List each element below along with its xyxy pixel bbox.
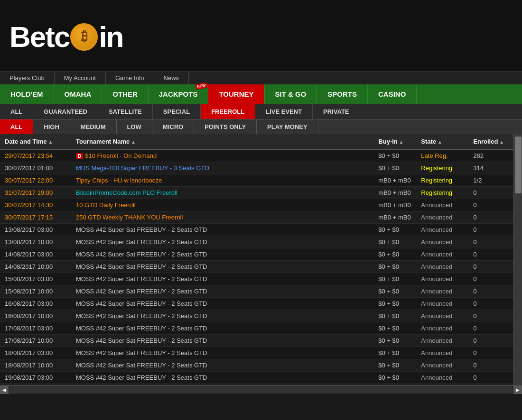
sub-nav1-special[interactable]: SPECIAL <box>153 104 201 119</box>
sub-nav2-all[interactable]: ALL <box>0 119 33 134</box>
cell-name[interactable]: MOSS #42 Super Sat FREEBUY - 2 Seats GTD <box>71 384 373 386</box>
sub-nav1-freeroll[interactable]: FREEROLL <box>201 104 255 119</box>
tournament-link[interactable]: MOSS #42 Super Sat FREEBUY - 2 Seats GTD <box>76 275 207 283</box>
table-row[interactable]: 31/07/2017 19:00 BitcoinPromoCode.com PL… <box>0 187 522 199</box>
sub-nav1-guaranteed[interactable]: GUARANTEED <box>33 104 98 119</box>
tournament-link[interactable]: 10 GTD Daily Freeroll <box>76 201 136 209</box>
cell-name[interactable]: MOSS #42 Super Sat FREEBUY - 2 Seats GTD <box>71 359 373 372</box>
tournament-link[interactable]: BitcoinPromoCode.com PLO Freeroll <box>76 189 177 196</box>
tournament-link[interactable]: MOSS #42 Super Sat FREEBUY - 2 Seats GTD <box>76 312 207 320</box>
cell-name[interactable]: 250 GTD Weekly THANK YOU Freeroll <box>71 211 373 224</box>
tournament-link[interactable]: MOSS #42 Super Sat FREEBUY - 2 Seats GTD <box>76 238 207 246</box>
scroll-thumb[interactable] <box>515 137 522 193</box>
cell-name[interactable]: MOSS #42 Super Sat FREEBUY - 2 Seats GTD <box>71 248 373 261</box>
cell-name[interactable]: MOSS #42 Super Sat FREEBUY - 2 Seats GTD <box>71 236 373 248</box>
sub-nav1-satellite[interactable]: SATELLITE <box>98 104 153 119</box>
main-nav-holdem[interactable]: HOLD'EM <box>0 84 54 104</box>
top-nav-players-club[interactable]: Players Club <box>0 72 55 84</box>
tournament-link[interactable]: Tipsy Chips - HU w isnortbooze <box>76 177 162 184</box>
table-row[interactable]: 14/08/2017 03:00 MOSS #42 Super Sat FREE… <box>0 248 522 261</box>
tournament-link[interactable]: MOSS #42 Super Sat FREEBUY - 2 Seats GTD <box>76 263 207 270</box>
tournament-link[interactable]: MOSS #42 Super Sat FREEBUY - 2 Seats GTD <box>76 226 207 233</box>
table-row[interactable]: 30/07/2017 14:30 10 GTD Daily Freeroll m… <box>0 199 522 211</box>
table-row[interactable]: 19/08/2017 03:00 MOSS #42 Super Sat FREE… <box>0 372 522 384</box>
cell-state: Announced <box>416 224 468 236</box>
sub-nav1-live-event[interactable]: LIVE EVENT <box>255 104 313 119</box>
table-row[interactable]: 17/08/2017 03:00 MOSS #42 Super Sat FREE… <box>0 322 522 335</box>
col-header-date[interactable]: Date and Time <box>0 134 71 149</box>
main-nav: HOLD'EM OMAHA OTHER JACKPOTS NEW TOURNEY… <box>0 84 522 104</box>
table-row[interactable]: 14/08/2017 10:00 MOSS #42 Super Sat FREE… <box>0 261 522 273</box>
table-row[interactable]: 18/08/2017 10:00 MOSS #42 Super Sat FREE… <box>0 359 522 372</box>
tournament-link[interactable]: MOSS #42 Super Sat FREEBUY - 2 Seats GTD <box>76 362 207 369</box>
top-nav-my-account[interactable]: My Account <box>55 72 106 84</box>
sub-nav2-points-only[interactable]: POINTS ONLY <box>194 119 257 134</box>
main-nav-tourney[interactable]: TOURNEY <box>208 84 264 104</box>
sub-nav1-all[interactable]: ALL <box>0 104 33 119</box>
tournament-link[interactable]: MOSS #42 Super Sat FREEBUY - 2 Seats GTD <box>76 349 207 356</box>
table-row[interactable]: 16/08/2017 03:00 MOSS #42 Super Sat FREE… <box>0 298 522 310</box>
col-header-state[interactable]: State <box>416 134 468 149</box>
cell-name[interactable]: MOSS #42 Super Sat FREEBUY - 2 Seats GTD <box>71 372 373 384</box>
cell-name[interactable]: MDS Mega-100 Super FREEBUY - 3 Seats GTD <box>71 162 373 174</box>
table-row[interactable]: 17/08/2017 10:00 MOSS #42 Super Sat FREE… <box>0 335 522 347</box>
tournament-link[interactable]: MOSS #42 Super Sat FREEBUY - 2 Seats GTD <box>76 374 207 381</box>
vertical-scrollbar[interactable] <box>513 134 522 385</box>
horizontal-scrollbar[interactable]: ◀ ▶ <box>0 385 522 394</box>
tournament-link[interactable]: MOSS #42 Super Sat FREEBUY - 2 Seats GTD <box>76 251 207 258</box>
col-header-buyin[interactable]: Buy-In <box>373 134 416 149</box>
sub-nav2-micro[interactable]: MICRO <box>152 119 194 134</box>
table-row[interactable]: 15/08/2017 10:00 MOSS #42 Super Sat FREE… <box>0 285 522 298</box>
tournament-link[interactable]: 250 GTD Weekly THANK YOU Freeroll <box>76 214 183 221</box>
cell-name[interactable]: MOSS #42 Super Sat FREEBUY - 2 Seats GTD <box>71 285 373 298</box>
main-nav-sitgo[interactable]: SIT & GO <box>265 84 317 104</box>
cell-name[interactable]: MOSS #42 Super Sat FREEBUY - 2 Seats GTD <box>71 322 373 335</box>
tournament-link[interactable]: MOSS #42 Super Sat FREEBUY - 2 Seats GTD <box>76 300 207 307</box>
tournament-link[interactable]: MDS Mega-100 Super FREEBUY - 3 Seats GTD <box>76 164 209 172</box>
cell-name[interactable]: MOSS #42 Super Sat FREEBUY - 2 Seats GTD <box>71 335 373 347</box>
cell-name[interactable]: MOSS #42 Super Sat FREEBUY - 2 Seats GTD <box>71 261 373 273</box>
table-row[interactable]: 30/07/2017 17:15 250 GTD Weekly THANK YO… <box>0 211 522 224</box>
sub-nav2-medium[interactable]: MEDIUM <box>70 119 117 134</box>
cell-name[interactable]: Tipsy Chips - HU w isnortbooze <box>71 174 373 187</box>
main-nav-sports[interactable]: SPORTS <box>317 84 368 104</box>
cell-name[interactable]: MOSS #42 Super Sat FREEBUY - 2 Seats GTD <box>71 298 373 310</box>
col-header-name[interactable]: Tournament Name <box>71 134 373 149</box>
scroll-right-arrow[interactable]: ▶ <box>513 386 522 394</box>
table-row[interactable]: 13/08/2017 10:00 MOSS #42 Super Sat FREE… <box>0 236 522 248</box>
tournament-link[interactable]: MOSS #42 Super Sat FREEBUY - 2 Seats GTD <box>76 325 207 332</box>
scroll-left-arrow[interactable]: ◀ <box>0 386 9 394</box>
tournament-table-container[interactable]: Date and Time Tournament Name Buy-In Sta… <box>0 134 522 385</box>
table-row[interactable]: 30/07/2017 01:00 MDS Mega-100 Super FREE… <box>0 162 522 174</box>
cell-enrolled: 282 <box>468 149 509 162</box>
table-row[interactable]: 13/08/2017 03:00 MOSS #42 Super Sat FREE… <box>0 224 522 236</box>
table-row[interactable]: 30/07/2017 22:00 Tipsy Chips - HU w isno… <box>0 174 522 187</box>
sub-nav2-low[interactable]: LOW <box>117 119 152 134</box>
sub-nav2-high[interactable]: HIGH <box>33 119 70 134</box>
main-nav-other[interactable]: OTHER <box>102 84 149 104</box>
cell-name[interactable]: 10 GTD Daily Freeroll <box>71 199 373 211</box>
tournament-link[interactable]: $10 Freeroll - On Demand <box>85 152 157 159</box>
cell-name[interactable]: MOSS #42 Super Sat FREEBUY - 2 Seats GTD <box>71 347 373 359</box>
table-row[interactable]: 19/08/2017 10:00 MOSS #42 Super Sat FREE… <box>0 384 522 386</box>
top-nav-news[interactable]: News <box>154 72 189 84</box>
col-header-enrolled[interactable]: Enrolled <box>468 134 509 149</box>
table-row[interactable]: 18/08/2017 03:00 MOSS #42 Super Sat FREE… <box>0 347 522 359</box>
main-nav-jackpots[interactable]: JACKPOTS NEW <box>149 84 209 104</box>
main-nav-casino[interactable]: CASINO <box>368 84 417 104</box>
cell-name[interactable]: BitcoinPromoCode.com PLO Freeroll <box>71 187 373 199</box>
table-row[interactable]: 29/07/2017 23:54 D$10 Freeroll - On Dema… <box>0 149 522 162</box>
sub-nav1-private[interactable]: PRIVATE <box>313 104 360 119</box>
tournament-link[interactable]: MOSS #42 Super Sat FREEBUY - 2 Seats GTD <box>76 337 207 344</box>
cell-enrolled: 0 <box>468 322 509 335</box>
cell-name[interactable]: D$10 Freeroll - On Demand <box>71 149 373 162</box>
cell-name[interactable]: MOSS #42 Super Sat FREEBUY - 2 Seats GTD <box>71 310 373 322</box>
table-row[interactable]: 15/08/2017 03:00 MOSS #42 Super Sat FREE… <box>0 273 522 285</box>
top-nav-game-info[interactable]: Game Info <box>106 72 154 84</box>
table-row[interactable]: 16/08/2017 10:00 MOSS #42 Super Sat FREE… <box>0 310 522 322</box>
tournament-link[interactable]: MOSS #42 Super Sat FREEBUY - 2 Seats GTD <box>76 288 207 295</box>
cell-name[interactable]: MOSS #42 Super Sat FREEBUY - 2 Seats GTD <box>71 224 373 236</box>
sub-nav2-play-money[interactable]: PLAY MONEY <box>257 119 318 134</box>
cell-name[interactable]: MOSS #42 Super Sat FREEBUY - 2 Seats GTD <box>71 273 373 285</box>
main-nav-omaha[interactable]: OMAHA <box>54 84 103 104</box>
